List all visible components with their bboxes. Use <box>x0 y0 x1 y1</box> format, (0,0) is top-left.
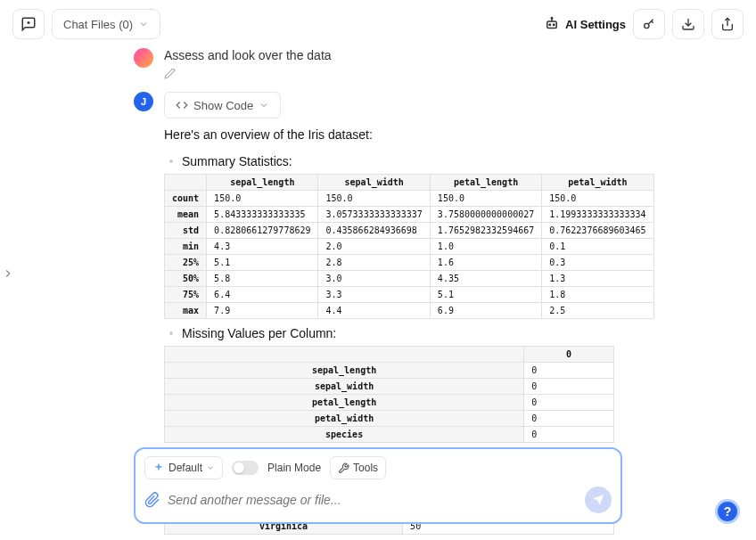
table-cell: 0 <box>524 427 614 443</box>
row-label: sepal_length <box>165 363 524 379</box>
chevron-down-icon <box>259 100 269 110</box>
topbar-left: Chat Files (0) <box>12 9 160 39</box>
section-header-summary: Summary Statistics: <box>164 154 735 168</box>
mode-label: Default <box>168 462 202 474</box>
table-cell: 0 <box>524 395 614 411</box>
overview-text: Here's an overview of the Iris dataset: <box>164 127 735 142</box>
table-cell: 3.0573333333333337 <box>318 207 430 223</box>
table-cell: 1.3 <box>542 271 653 287</box>
bullet-icon <box>169 331 173 335</box>
row-label: count <box>165 191 207 207</box>
edit-icon[interactable] <box>164 68 176 79</box>
api-key-button[interactable] <box>633 9 665 39</box>
user-avatar <box>134 48 153 68</box>
table-cell: 1.1993333333333334 <box>542 207 653 223</box>
row-label: mean <box>165 207 207 223</box>
table-cell: 3.7580000000000027 <box>430 207 541 223</box>
tools-label: Tools <box>353 462 378 474</box>
table-cell: 5.8 <box>207 271 318 287</box>
message-input[interactable] <box>168 493 578 507</box>
wrench-icon <box>338 462 349 474</box>
table-cell: 2.5 <box>542 303 653 319</box>
table-cell: 6.9 <box>430 303 541 319</box>
topbar-right: AI Settings <box>544 9 744 39</box>
row-label: petal_width <box>165 411 524 427</box>
table-cell: 3.3 <box>318 287 430 303</box>
help-button[interactable]: ? <box>715 499 740 524</box>
row-label: sepal_width <box>165 379 524 395</box>
input-area: Default Plain Mode Tools <box>134 447 622 524</box>
help-label: ? <box>724 504 732 519</box>
assistant-avatar: J <box>134 92 153 111</box>
show-code-label: Show Code <box>193 99 253 112</box>
table-cell: 2.0 <box>318 239 430 255</box>
mode-selector[interactable]: Default <box>144 456 223 479</box>
topbar: Chat Files (0) AI Settings <box>0 0 756 48</box>
table-cell: 3.0 <box>318 271 430 287</box>
ai-settings-button[interactable]: AI Settings <box>544 16 626 32</box>
send-button[interactable] <box>585 487 612 513</box>
table-cell: 0.3 <box>542 255 653 271</box>
bullet-icon <box>169 160 173 163</box>
table-cell: 1.7652982332594667 <box>430 223 541 239</box>
row-label: 25% <box>165 255 207 271</box>
table-cell: 1.6 <box>430 255 541 271</box>
chevron-down-icon <box>138 19 149 29</box>
summary-statistics-table: sepal_lengthsepal_widthpetal_lengthpetal… <box>164 174 654 319</box>
table-cell: 4.4 <box>318 303 430 319</box>
table-cell: 0 <box>524 411 614 427</box>
expand-sidebar-button[interactable] <box>2 267 14 280</box>
chat-files-button[interactable]: Chat Files (0) <box>52 9 160 39</box>
table-cell: 150.0 <box>430 191 541 207</box>
table-cell: 4.3 <box>207 239 318 255</box>
chevron-right-icon <box>2 267 14 280</box>
table-cell: 0 <box>524 363 614 379</box>
show-code-button[interactable]: Show Code <box>164 92 281 119</box>
row-label: 75% <box>165 287 207 303</box>
table-cell: 150.0 <box>207 191 318 207</box>
robot-icon <box>544 16 560 32</box>
section-title: Missing Values per Column: <box>182 326 336 340</box>
table-cell: 4.35 <box>430 271 541 287</box>
plain-mode-toggle[interactable] <box>232 461 259 475</box>
new-chat-button[interactable] <box>12 9 45 39</box>
download-button[interactable] <box>672 9 704 39</box>
table-cell: 1.8 <box>542 287 653 303</box>
svg-line-9 <box>652 21 653 23</box>
table-cell: 5.843333333333335 <box>207 207 318 223</box>
table-cell: 2.8 <box>318 255 430 271</box>
share-button[interactable] <box>711 9 744 39</box>
table-cell: 150.0 <box>542 191 653 207</box>
plain-mode-label: Plain Mode <box>267 462 321 474</box>
row-label: 50% <box>165 271 207 287</box>
row-label: max <box>165 303 207 319</box>
key-icon <box>642 17 656 31</box>
table-cell: 7.9 <box>207 303 318 319</box>
row-label: min <box>165 239 207 255</box>
input-row <box>144 487 612 513</box>
table-cell: 6.4 <box>207 287 318 303</box>
table-cell: 5.1 <box>207 255 318 271</box>
user-message: Assess and look over the data <box>134 48 735 79</box>
table-cell: 1.0 <box>430 239 541 255</box>
row-label: petal_length <box>165 395 524 411</box>
code-icon <box>176 99 188 111</box>
svg-point-4 <box>554 24 555 26</box>
missing-values-table: 0sepal_length0sepal_width0petal_length0p… <box>164 346 614 443</box>
table-cell: 0.1 <box>542 239 653 255</box>
svg-point-3 <box>549 24 551 26</box>
section-header-missing: Missing Values per Column: <box>164 326 735 340</box>
user-prompt-text: Assess and look over the data <box>164 48 735 62</box>
sparkle-icon <box>152 462 165 474</box>
section-title: Summary Statistics: <box>182 154 292 168</box>
table-cell: 0.7622376689603465 <box>542 223 653 239</box>
tools-button[interactable]: Tools <box>330 456 386 479</box>
table-cell: 5.1 <box>430 287 541 303</box>
attach-icon[interactable] <box>144 492 160 508</box>
download-icon <box>681 17 695 31</box>
ai-settings-label: AI Settings <box>565 18 626 31</box>
row-label: std <box>165 223 207 239</box>
table-cell: 150.0 <box>318 191 430 207</box>
share-icon <box>720 17 735 31</box>
table-cell: 0 <box>524 379 614 395</box>
